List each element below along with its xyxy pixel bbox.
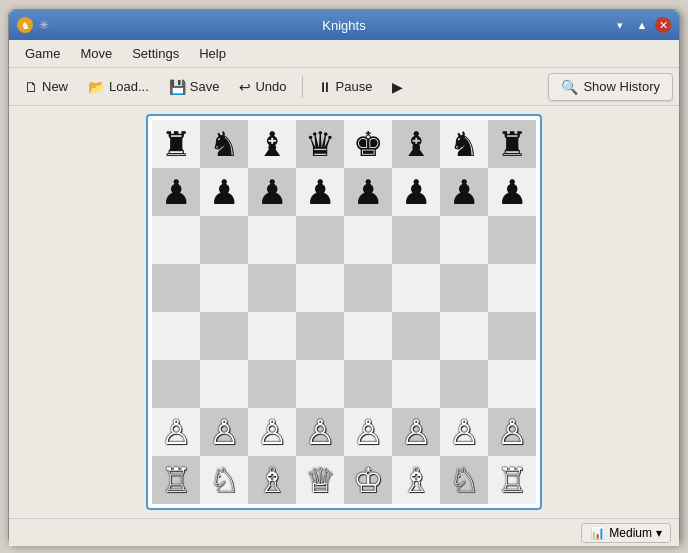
cell-7-7[interactable]: ♖ bbox=[488, 456, 536, 504]
cell-3-6[interactable] bbox=[440, 264, 488, 312]
cell-6-2[interactable]: ♙ bbox=[248, 408, 296, 456]
cell-1-1[interactable]: ♟ bbox=[200, 168, 248, 216]
cell-1-7[interactable]: ♟ bbox=[488, 168, 536, 216]
load-icon: 📂 bbox=[88, 79, 105, 95]
close-button[interactable]: ✕ bbox=[655, 17, 671, 33]
cell-2-0[interactable] bbox=[152, 216, 200, 264]
piece-bp-1-6: ♟ bbox=[449, 175, 479, 209]
cell-7-5[interactable]: ♗ bbox=[392, 456, 440, 504]
cell-6-0[interactable]: ♙ bbox=[152, 408, 200, 456]
forward-button[interactable]: ▶ bbox=[383, 74, 412, 100]
cell-4-2[interactable] bbox=[248, 312, 296, 360]
menu-move[interactable]: Move bbox=[70, 42, 122, 65]
cell-1-3[interactable]: ♟ bbox=[296, 168, 344, 216]
piece-wp-6-3: ♙ bbox=[305, 415, 335, 449]
cell-1-2[interactable]: ♟ bbox=[248, 168, 296, 216]
cell-4-6[interactable] bbox=[440, 312, 488, 360]
menu-game[interactable]: Game bbox=[15, 42, 70, 65]
titlebar-left: ♞ ✳ bbox=[17, 17, 53, 33]
cell-4-7[interactable] bbox=[488, 312, 536, 360]
cell-0-3[interactable]: ♛ bbox=[296, 120, 344, 168]
cell-3-0[interactable] bbox=[152, 264, 200, 312]
load-button[interactable]: 📂 Load... bbox=[79, 74, 158, 100]
cell-5-1[interactable] bbox=[200, 360, 248, 408]
cell-5-6[interactable] bbox=[440, 360, 488, 408]
cell-1-0[interactable]: ♟ bbox=[152, 168, 200, 216]
pause-icon: ⏸ bbox=[318, 79, 332, 95]
cell-7-6[interactable]: ♘ bbox=[440, 456, 488, 504]
cell-1-5[interactable]: ♟ bbox=[392, 168, 440, 216]
piece-bp-1-4: ♟ bbox=[353, 175, 383, 209]
piece-wp-6-7: ♙ bbox=[497, 415, 527, 449]
new-button[interactable]: 🗋 New bbox=[15, 74, 77, 100]
cell-5-3[interactable] bbox=[296, 360, 344, 408]
piece-bk-0-4: ♚ bbox=[353, 127, 383, 161]
piece-bn-0-6: ♞ bbox=[449, 127, 479, 161]
cell-6-7[interactable]: ♙ bbox=[488, 408, 536, 456]
cell-6-5[interactable]: ♙ bbox=[392, 408, 440, 456]
cell-2-7[interactable] bbox=[488, 216, 536, 264]
cell-7-1[interactable]: ♘ bbox=[200, 456, 248, 504]
cell-3-3[interactable] bbox=[296, 264, 344, 312]
cell-7-2[interactable]: ♗ bbox=[248, 456, 296, 504]
cell-6-4[interactable]: ♙ bbox=[344, 408, 392, 456]
cell-5-0[interactable] bbox=[152, 360, 200, 408]
cell-0-4[interactable]: ♚ bbox=[344, 120, 392, 168]
cell-3-7[interactable] bbox=[488, 264, 536, 312]
cell-4-3[interactable] bbox=[296, 312, 344, 360]
save-label: Save bbox=[190, 79, 220, 94]
new-label: New bbox=[42, 79, 68, 94]
cell-5-2[interactable] bbox=[248, 360, 296, 408]
cell-6-6[interactable]: ♙ bbox=[440, 408, 488, 456]
cell-0-5[interactable]: ♝ bbox=[392, 120, 440, 168]
piece-wp-6-0: ♙ bbox=[161, 415, 191, 449]
piece-wn-7-1: ♘ bbox=[209, 463, 239, 497]
cell-5-4[interactable] bbox=[344, 360, 392, 408]
piece-br-0-7: ♜ bbox=[497, 127, 527, 161]
cell-2-3[interactable] bbox=[296, 216, 344, 264]
cell-2-6[interactable] bbox=[440, 216, 488, 264]
menubar: Game Move Settings Help bbox=[9, 40, 679, 68]
difficulty-selector[interactable]: 📊 Medium ▾ bbox=[581, 523, 671, 543]
cell-6-1[interactable]: ♙ bbox=[200, 408, 248, 456]
cell-2-2[interactable] bbox=[248, 216, 296, 264]
cell-7-0[interactable]: ♖ bbox=[152, 456, 200, 504]
cell-0-0[interactable]: ♜ bbox=[152, 120, 200, 168]
cell-0-7[interactable]: ♜ bbox=[488, 120, 536, 168]
cell-2-1[interactable] bbox=[200, 216, 248, 264]
forward-icon: ▶ bbox=[392, 79, 403, 95]
cell-0-6[interactable]: ♞ bbox=[440, 120, 488, 168]
piece-bp-1-5: ♟ bbox=[401, 175, 431, 209]
minimize-button[interactable]: ▲ bbox=[633, 16, 651, 34]
cell-1-4[interactable]: ♟ bbox=[344, 168, 392, 216]
cell-7-3[interactable]: ♕ bbox=[296, 456, 344, 504]
cell-3-1[interactable] bbox=[200, 264, 248, 312]
show-history-button[interactable]: 🔍 Show History bbox=[548, 73, 673, 101]
cell-3-4[interactable] bbox=[344, 264, 392, 312]
pause-button[interactable]: ⏸ Pause bbox=[309, 74, 382, 100]
cell-4-1[interactable] bbox=[200, 312, 248, 360]
cell-1-6[interactable]: ♟ bbox=[440, 168, 488, 216]
piece-wq-7-3: ♕ bbox=[305, 463, 335, 497]
menu-help[interactable]: Help bbox=[189, 42, 236, 65]
cell-7-4[interactable]: ♔ bbox=[344, 456, 392, 504]
undo-button[interactable]: ↩ Undo bbox=[230, 74, 295, 100]
cell-5-5[interactable] bbox=[392, 360, 440, 408]
cell-3-5[interactable] bbox=[392, 264, 440, 312]
cell-6-3[interactable]: ♙ bbox=[296, 408, 344, 456]
cell-4-5[interactable] bbox=[392, 312, 440, 360]
save-button[interactable]: 💾 Save bbox=[160, 74, 229, 100]
piece-bp-1-2: ♟ bbox=[257, 175, 287, 209]
cell-4-4[interactable] bbox=[344, 312, 392, 360]
cell-5-7[interactable] bbox=[488, 360, 536, 408]
dropdown-button[interactable]: ▾ bbox=[611, 16, 629, 34]
cell-4-0[interactable] bbox=[152, 312, 200, 360]
piece-bp-1-1: ♟ bbox=[209, 175, 239, 209]
cell-3-2[interactable] bbox=[248, 264, 296, 312]
cell-2-5[interactable] bbox=[392, 216, 440, 264]
cell-0-1[interactable]: ♞ bbox=[200, 120, 248, 168]
menu-settings[interactable]: Settings bbox=[122, 42, 189, 65]
difficulty-value: Medium bbox=[609, 526, 652, 540]
cell-0-2[interactable]: ♝ bbox=[248, 120, 296, 168]
cell-2-4[interactable] bbox=[344, 216, 392, 264]
